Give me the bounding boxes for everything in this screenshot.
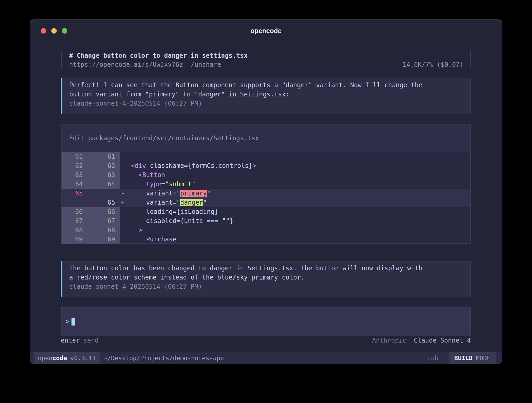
tab-key-hint: tab [427, 352, 438, 364]
code-segment: primary [180, 190, 207, 197]
diff-old-line-number: 63 [62, 170, 91, 180]
window-title: opencode [30, 27, 502, 35]
diff-marker [120, 152, 128, 161]
diff-code-line: disabled={units === ""} [128, 216, 470, 226]
diff-marker [120, 235, 128, 244]
diff-old-line-number: 64 [62, 180, 91, 189]
code-segment: " [207, 190, 211, 197]
mode-chip: BUILDMODE [449, 352, 496, 364]
code-segment: "submit" [165, 180, 196, 188]
send-action-hint: send [83, 336, 99, 345]
code-segment: = [184, 162, 188, 169]
diff-row: 6262<div className={formCs.controls}> [62, 161, 470, 170]
share-url[interactable]: https://opencode.ai/s/UwJxv76z [69, 60, 183, 69]
message-text: Perfect! I can see that the Button compo… [69, 81, 463, 99]
mode-label-rest: MODE [476, 355, 490, 361]
diff-code-line: variant="danger" [128, 198, 470, 207]
code-segment: type [131, 180, 161, 188]
app-version: v0.3.11 [70, 355, 96, 361]
diff-new-line-number: 65 [91, 198, 120, 207]
working-directory: ~/Desktop/Projects/demo-notes-app [104, 352, 224, 364]
code-segment: " [203, 199, 207, 206]
context-stats: 14.6K/7% ($0.07) [403, 60, 463, 69]
mode-label-bold: BUILD [454, 355, 472, 361]
diff-row: 65+ variant="danger" [62, 198, 470, 207]
status-bar-right: tab BUILDMODE [427, 352, 502, 364]
code-segment: {formCs.controls} [188, 162, 253, 169]
diff-marker: - [120, 189, 128, 198]
diff-old-line-number: 61 [62, 152, 91, 161]
message-text: The button color has been changed to dan… [69, 264, 463, 282]
code-segment: <div [131, 162, 146, 169]
diff-new-line-number: 66 [91, 207, 120, 216]
code-segment: > [252, 162, 256, 169]
status-bar: opencodev0.3.11 ~/Desktop/Projects/demo-… [30, 352, 502, 364]
diff-new-line-number: 68 [91, 226, 120, 235]
app-version-chip: opencodev0.3.11 [34, 352, 100, 364]
code-segment: === [207, 217, 218, 225]
diff-row: 6666 loading={isLoading} [62, 207, 470, 216]
model-info: Anthropic Claude Sonnet 4 [372, 336, 471, 345]
code-segment: disabled={units [131, 217, 207, 225]
message-model-meta: claude-sonnet-4-20250514 (06:27 PM) [69, 282, 463, 291]
assistant-message: Perfect! I can see that the Button compo… [61, 78, 471, 114]
message-model-meta: claude-sonnet-4-20250514 (06:27 PM) [69, 99, 463, 108]
diff-marker: + [120, 198, 128, 207]
diff-old-line-number: 69 [62, 235, 91, 244]
code-segment: className [146, 162, 184, 169]
code-segment: Purchase [131, 236, 176, 243]
diff-marker [120, 226, 128, 235]
code-segment: = [161, 180, 165, 188]
code-segment: variant [131, 190, 173, 197]
session-title: # Change button color to danger in setti… [69, 51, 463, 60]
code-segment: =" [173, 190, 180, 197]
diff-row: 6969 Purchase [62, 235, 470, 244]
prompt-input[interactable]: > [61, 307, 471, 336]
assistant-message: The button color has been changed to dan… [61, 261, 471, 297]
edit-tool-card: Edit packages/frontend/src/containers/Se… [61, 124, 471, 244]
diff-new-line-number: 62 [91, 161, 120, 170]
app-window: opencode # Change button color to danger… [30, 19, 502, 364]
diff-marker [120, 161, 128, 170]
code-segment: =" [173, 199, 180, 206]
diff-code-line: type="submit" [128, 180, 470, 189]
unshare-command[interactable]: /unshare [191, 60, 221, 69]
diff-code-line: variant="primary" [128, 189, 470, 198]
code-segment: "" [218, 217, 229, 225]
diff-row: 65- variant="primary" [62, 189, 470, 198]
diff-code-line: > [128, 226, 470, 235]
diff-new-line-number: 63 [91, 170, 120, 180]
diff-new-line-number: 69 [91, 235, 120, 244]
diff-code-line: <Button [128, 170, 470, 180]
diff-new-line-number [91, 189, 120, 198]
diff-old-line-number: 65 [62, 189, 91, 198]
diff-row: 6767 disabled={units === ""} [62, 216, 470, 226]
diff-new-line-number: 67 [91, 216, 120, 226]
diff-old-line-number: 68 [62, 226, 91, 235]
text-cursor [71, 318, 75, 326]
diff-old-line-number: 62 [62, 161, 91, 170]
diff-code-line [128, 152, 470, 161]
diff-table: 61616262<div className={formCs.controls}… [62, 152, 470, 244]
session-header: # Change button color to danger in setti… [61, 51, 471, 69]
provider-name: Anthropic [372, 337, 406, 344]
code-segment: <Button [131, 171, 165, 179]
code-segment: > [131, 226, 142, 234]
diff-marker [120, 216, 128, 226]
code-segment: danger [180, 199, 203, 206]
diff-new-line-number: 61 [91, 152, 120, 161]
titlebar: opencode [30, 20, 502, 42]
model-name: Claude Sonnet 4 [414, 337, 471, 344]
diff-marker [120, 207, 128, 216]
code-segment: } [230, 217, 233, 225]
diff-marker [120, 170, 128, 180]
diff-old-line-number: 66 [62, 207, 91, 216]
enter-key-hint: enter [61, 336, 80, 345]
diff-marker [120, 180, 128, 189]
diff-code-line: Purchase [128, 235, 470, 244]
diff-row: 6464 type="submit" [62, 180, 470, 189]
diff-code-line: loading={isLoading} [128, 207, 470, 216]
diff-row: 6161 [62, 152, 470, 161]
diff-row: 6363 <Button [62, 170, 470, 180]
app-name-bold: code [52, 355, 67, 361]
